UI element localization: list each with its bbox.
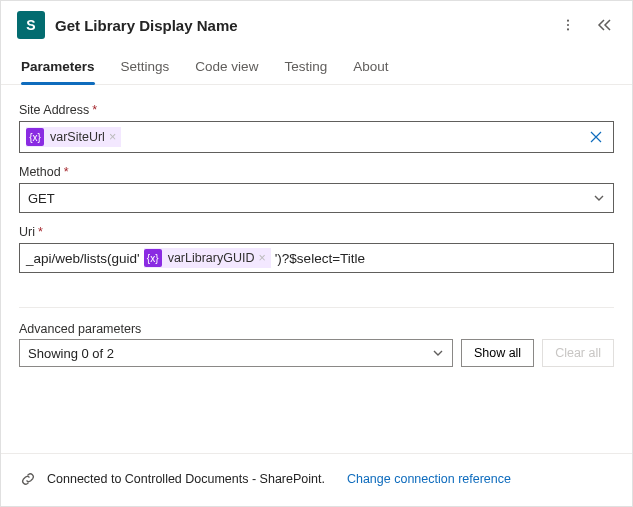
advanced-parameters-row: Advanced parameters Showing 0 of 2 Show … [1,322,632,367]
expression-icon: {x} [26,128,44,146]
change-connection-link[interactable]: Change connection reference [347,472,511,486]
connected-text: Connected to Controlled Documents - Shar… [47,472,325,486]
field-method: Method * GET [19,165,614,213]
label-text: Uri [19,225,35,239]
required-marker: * [92,103,97,117]
token-varsiteurl[interactable]: {x} varSiteUrl × [26,127,121,147]
label-text: Site Address [19,103,89,117]
tab-about[interactable]: About [353,53,388,84]
connection-footer: Connected to Controlled Documents - Shar… [1,453,632,506]
show-all-button[interactable]: Show all [461,339,534,367]
header-actions [556,13,616,37]
label-method: Method * [19,165,614,179]
token-varlibraryguid[interactable]: {x} varLibraryGUID × [144,248,271,268]
tab-settings[interactable]: Settings [121,53,170,84]
clear-site-address-icon[interactable] [585,126,607,148]
method-select[interactable]: GET [19,183,614,213]
expression-icon: {x} [144,249,162,267]
connection-icon [19,470,37,488]
parameters-form: Site Address * {x} varSiteUrl × Method *… [1,85,632,289]
collapse-icon[interactable] [592,13,616,37]
clear-all-button: Clear all [542,339,614,367]
site-address-input[interactable]: {x} varSiteUrl × [19,121,614,153]
label-site-address: Site Address * [19,103,614,117]
tab-testing[interactable]: Testing [284,53,327,84]
uri-suffix-text: ')?$select=Title [275,251,365,266]
label-text: Method [19,165,61,179]
token-remove-icon[interactable]: × [109,130,116,144]
tab-code-view[interactable]: Code view [195,53,258,84]
token-remove-icon[interactable]: × [258,251,265,265]
advanced-select-wrap: Advanced parameters Showing 0 of 2 [19,322,453,367]
advanced-select[interactable]: Showing 0 of 2 [19,339,453,367]
sharepoint-icon: S [17,11,45,39]
chevron-down-icon [432,347,444,359]
token-label: varLibraryGUID [168,251,255,265]
field-site-address: Site Address * {x} varSiteUrl × [19,103,614,153]
tab-bar: Parameters Settings Code view Testing Ab… [1,47,632,85]
advanced-select-value: Showing 0 of 2 [28,346,114,361]
advanced-label: Advanced parameters [19,322,453,336]
divider [19,307,614,308]
tab-parameters[interactable]: Parameters [21,53,95,84]
svg-point-2 [567,28,569,30]
uri-prefix-text: _api/web/lists(guid' [26,251,140,266]
field-uri: Uri * _api/web/lists(guid' {x} varLibrar… [19,225,614,273]
svg-point-0 [567,20,569,22]
required-marker: * [64,165,69,179]
chevron-down-icon [593,192,605,204]
svg-point-1 [567,24,569,26]
required-marker: * [38,225,43,239]
action-title: Get Library Display Name [55,17,546,34]
label-uri: Uri * [19,225,614,239]
more-icon[interactable] [556,13,580,37]
uri-input[interactable]: _api/web/lists(guid' {x} varLibraryGUID … [19,243,614,273]
panel-header: S Get Library Display Name [1,1,632,47]
method-value: GET [28,191,55,206]
token-label: varSiteUrl [50,130,105,144]
